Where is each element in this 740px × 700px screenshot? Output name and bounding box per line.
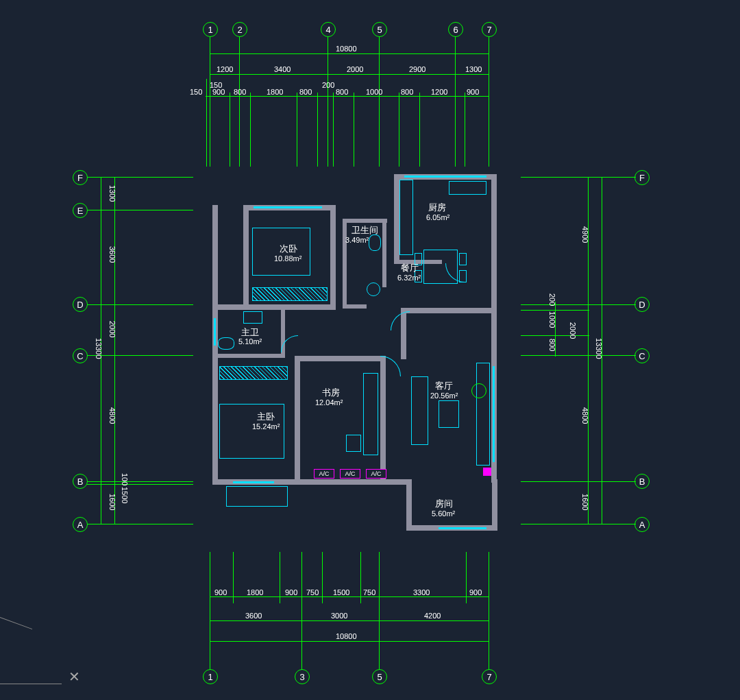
dim-label: 10800 [336, 45, 357, 53]
dim-label: 1500 [121, 487, 129, 503]
wall [330, 205, 336, 308]
grid-line-v [328, 36, 328, 167]
grid-line-v [280, 552, 280, 603]
dim-line-v [114, 177, 115, 524]
wall [382, 219, 386, 287]
room-area-living: 20.56m² [430, 391, 458, 400]
grid-line-h [521, 355, 636, 356]
door [380, 356, 401, 376]
grid-line-h [87, 481, 193, 482]
grid-bubble-bottom: 7 [482, 669, 497, 684]
cursor-line [0, 617, 32, 629]
furniture-desk [363, 373, 378, 455]
furniture-sink [449, 181, 486, 195]
dim-line [210, 74, 489, 75]
grid-line-v [230, 93, 230, 167]
grid-line-h [521, 304, 636, 305]
furniture-sink [243, 311, 262, 324]
grid-line-h [87, 210, 193, 210]
grid-bubble-right: A [634, 517, 650, 532]
dim-label: 800 [401, 88, 413, 96]
wall [212, 304, 336, 310]
wall [401, 308, 497, 313]
dim-label: 4800 [108, 407, 116, 424]
dim-label: 4900 [581, 226, 589, 243]
furniture-tv [476, 363, 490, 466]
dim-label: 1300 [108, 185, 116, 202]
dim-label: 800 [299, 88, 312, 96]
grid-bubble-left: A [73, 517, 88, 532]
grid-line-v [360, 552, 361, 603]
grid-bubble-bottom: 3 [295, 669, 310, 684]
dim-label: 3000 [331, 612, 347, 620]
grid-line-v [379, 36, 380, 167]
room-label-kitchen: 厨房 [428, 202, 446, 214]
dim-line [210, 641, 489, 642]
door [391, 311, 410, 330]
furniture-toilet [218, 337, 234, 350]
dim-label: 3400 [274, 65, 291, 73]
grid-line-v [354, 93, 354, 167]
furniture-table [439, 400, 459, 428]
grid-line-v [333, 93, 334, 167]
grid-line-v [297, 93, 297, 167]
ac-unit: A/C [314, 469, 334, 479]
grid-bubble-right: D [634, 297, 650, 312]
grid-bubble-left: B [73, 474, 88, 489]
dim-label: 4200 [424, 612, 441, 620]
grid-bubble-top: 5 [372, 22, 387, 37]
grid-bubble-left: D [73, 297, 88, 312]
dim-label: 900 [285, 588, 297, 596]
room-area-masterbath: 5.10m² [238, 337, 262, 346]
dim-label: 800 [336, 88, 348, 96]
grid-line-v [322, 552, 323, 603]
grid-line-v [455, 36, 456, 167]
dim-label: 1800 [267, 88, 283, 96]
room-area-kitchen: 6.05m² [426, 213, 449, 221]
room-label-bath: 卫生间 [352, 224, 378, 237]
dim-label: 750 [306, 588, 319, 596]
wall [300, 356, 386, 361]
dim-label: 900 [214, 588, 227, 596]
grid-line-v [399, 93, 399, 167]
room-area-study: 12.04m² [315, 398, 343, 407]
room-label-dining: 餐厅 [401, 262, 419, 274]
grid-bubble-left: E [73, 203, 88, 218]
grid-line-h [87, 484, 193, 485]
grid-line-v [301, 552, 302, 670]
grid-bubble-bottom: 5 [372, 669, 387, 684]
cursor-line [0, 684, 62, 684]
grid-line-h [521, 524, 636, 524]
grid-bubble-right: B [634, 474, 650, 489]
balcony [226, 486, 288, 507]
dim-label: 3300 [413, 588, 430, 596]
grid-line-v [210, 36, 210, 167]
furniture-chair [346, 435, 361, 452]
dim-label: 1300 [465, 65, 482, 73]
grid-line-v [489, 36, 489, 167]
grid-line-h [87, 355, 193, 356]
dim-line [210, 53, 489, 54]
grid-line-h [87, 177, 193, 178]
furniture-plant [471, 383, 486, 398]
grid-line-v [466, 552, 467, 603]
grid-line-v [206, 79, 207, 167]
wall [343, 219, 347, 308]
wall [295, 356, 300, 483]
grid-line-h [87, 524, 193, 524]
dim-label: 1600 [108, 494, 116, 510]
room-label-room: 房间 [435, 498, 453, 510]
room-area-room: 5.60m² [432, 509, 455, 518]
cursor-indicator: ✕ [69, 668, 80, 685]
wall [212, 354, 284, 358]
grid-bubble-top: 1 [203, 22, 218, 37]
dim-label: 100 [121, 473, 129, 485]
dim-label: 1200 [431, 88, 447, 96]
wall [394, 174, 399, 263]
dim-label: 900 [212, 88, 225, 96]
dim-label: 750 [363, 588, 375, 596]
furniture-closet [219, 366, 288, 380]
grid-line-v [419, 93, 420, 167]
grid-line-h [521, 481, 636, 482]
dim-label: 2000 [347, 65, 363, 73]
